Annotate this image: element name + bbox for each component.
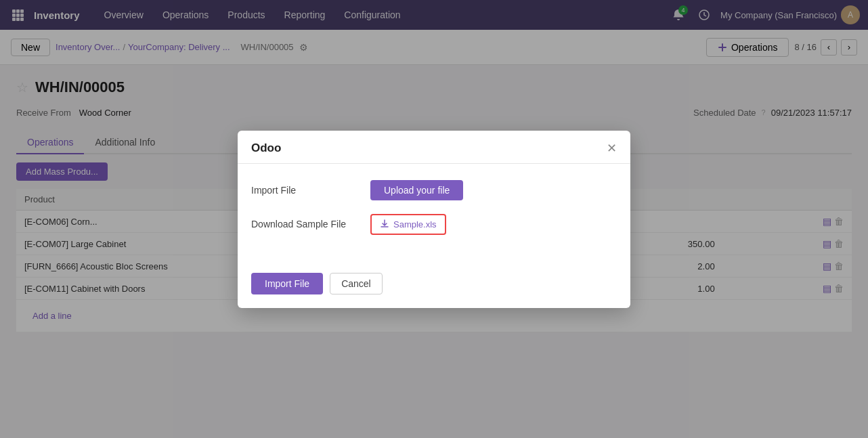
upload-file-button[interactable]: Upload your file — [370, 180, 463, 200]
cancel-button[interactable]: Cancel — [330, 273, 383, 294]
modal-title: Odoo — [251, 141, 281, 155]
modal-overlay: Odoo ✕ Import File Upload your file Down… — [0, 0, 868, 414]
import-dialog: Odoo ✕ Import File Upload your file Down… — [238, 131, 630, 308]
import-file-label: Import File — [251, 185, 360, 196]
sample-file-link[interactable]: Sample.xls — [370, 214, 446, 235]
modal-close-button[interactable]: ✕ — [607, 142, 617, 154]
download-sample-label: Download Sample File — [251, 219, 360, 229]
download-sample-row: Download Sample File Sample.xls — [251, 214, 617, 235]
sample-file-name: Sample.xls — [393, 219, 437, 229]
download-icon — [380, 219, 389, 230]
modal-body: Import File Upload your file Download Sa… — [238, 164, 630, 265]
modal-footer: Import File Cancel — [238, 265, 630, 308]
import-button[interactable]: Import File — [251, 273, 323, 294]
modal-header: Odoo ✕ — [238, 131, 630, 164]
import-file-row: Import File Upload your file — [251, 180, 617, 200]
